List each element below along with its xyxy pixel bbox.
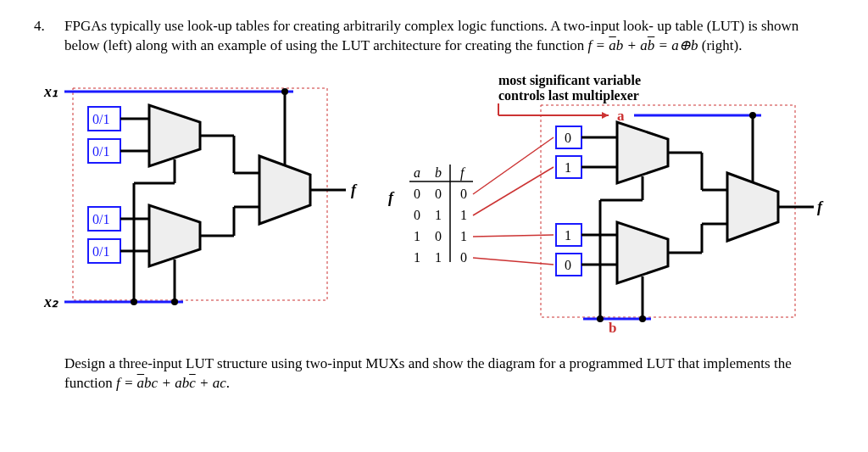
svg-text:b: b <box>435 165 442 180</box>
svg-text:1: 1 <box>414 250 420 265</box>
problem-text: FPGAs typically use look-up tables for c… <box>64 17 834 63</box>
problem-number: 4. <box>34 17 54 63</box>
svg-text:f: f <box>460 165 466 181</box>
right-header-1: most significant variable <box>498 73 641 88</box>
mux-top-right <box>617 122 668 183</box>
truth-f-label: f <box>388 189 395 206</box>
right-lut-diagram: most significant variable controls last … <box>371 71 829 340</box>
left-lut-diagram: x₁ x₂ 0/1 0/1 0/1 0/1 <box>39 71 361 323</box>
design-task: Design a three-input LUT structure using… <box>64 354 834 393</box>
design-line1: Design a three-input LUT structure using… <box>64 355 643 371</box>
svg-text:1: 1 <box>435 208 442 222</box>
value-cell-2: 1 <box>556 224 581 246</box>
svg-text:0: 0 <box>565 131 571 145</box>
svg-text:0: 0 <box>460 187 467 201</box>
svg-text:1: 1 <box>460 208 467 222</box>
connector-3 <box>473 258 554 265</box>
out-f-right: f <box>817 198 824 215</box>
svg-text:1: 1 <box>565 160 571 175</box>
problem-block: 4. FPGAs typically use look-up tables fo… <box>34 17 834 63</box>
mux-bottom <box>149 205 200 266</box>
intro-line3-suffix: (right). <box>702 37 743 53</box>
svg-text:1: 1 <box>460 229 467 243</box>
value-cell-3: 0 <box>556 254 581 276</box>
svg-text:0: 0 <box>435 229 442 243</box>
design-line2-suffix: . <box>226 375 230 391</box>
mux-top <box>149 105 200 166</box>
value-cell-1: 1 <box>556 156 581 178</box>
x2-label: x₂ <box>43 293 58 310</box>
connector-0 <box>473 137 554 194</box>
right-header-2: controls last multiplexer <box>498 88 639 103</box>
value-cell-0: 0 <box>556 126 581 148</box>
x1-label: x₁ <box>43 83 58 100</box>
function-formula: f = ab + ab = a⊕b <box>588 37 698 53</box>
design-formula: f = abc + abc + ac <box>116 375 226 391</box>
svg-text:0/1: 0/1 <box>92 244 109 259</box>
svg-text:0: 0 <box>414 208 420 222</box>
svg-text:0: 0 <box>435 187 442 201</box>
diagrams-row: x₁ x₂ 0/1 0/1 0/1 0/1 <box>34 71 834 340</box>
svg-text:0/1: 0/1 <box>92 212 109 226</box>
svg-point-51 <box>597 315 604 322</box>
svg-text:1: 1 <box>414 229 420 243</box>
storage-cell-2: 0/1 <box>88 207 120 231</box>
svg-point-53 <box>749 112 756 119</box>
output-f-label: f <box>351 181 358 198</box>
svg-text:0: 0 <box>565 258 571 272</box>
intro-line1: FPGAs typically use look-up tables for c… <box>64 18 654 34</box>
svg-point-19 <box>171 299 178 305</box>
svg-point-25 <box>281 88 288 95</box>
mux-bottom-right <box>617 222 668 283</box>
svg-text:1: 1 <box>565 228 571 243</box>
storage-cell-0: 0/1 <box>88 107 120 131</box>
svg-point-23 <box>131 299 137 305</box>
intro-line3-prefix: the function <box>515 37 588 53</box>
connector-1 <box>473 167 554 215</box>
svg-text:a: a <box>414 165 420 180</box>
truth-table: f a b f 0 0 0 0 1 1 1 0 1 1 1 0 <box>388 137 554 265</box>
b-label: b <box>609 320 616 334</box>
arrow-head <box>602 112 609 119</box>
svg-text:0/1: 0/1 <box>92 112 109 126</box>
svg-text:0/1: 0/1 <box>92 144 109 159</box>
svg-text:0: 0 <box>460 250 467 265</box>
storage-cell-3: 0/1 <box>88 239 120 263</box>
storage-cell-1: 0/1 <box>88 139 120 163</box>
svg-text:1: 1 <box>435 250 442 265</box>
svg-text:0: 0 <box>414 187 420 201</box>
connector-2 <box>473 235 554 237</box>
svg-point-47 <box>639 315 646 322</box>
